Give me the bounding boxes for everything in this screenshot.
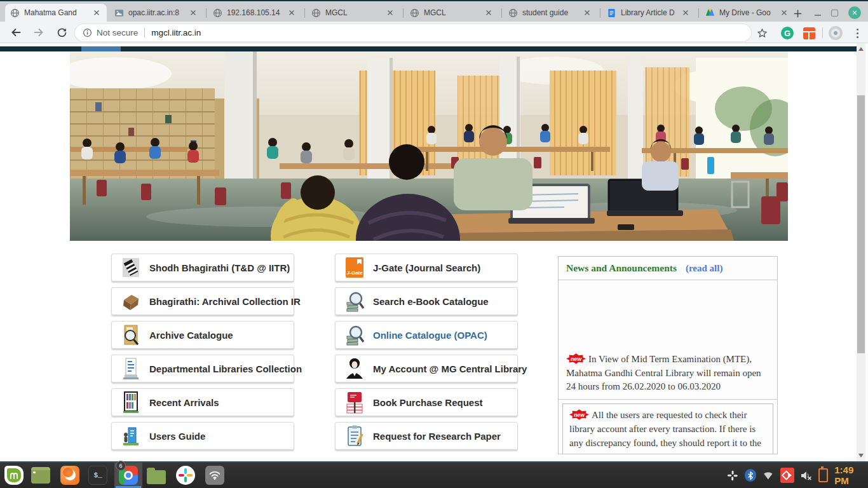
- network-signal-icon[interactable]: [763, 470, 774, 481]
- info-icon[interactable]: [83, 28, 92, 37]
- new-tab-button[interactable]: [790, 6, 805, 20]
- chrome-window-button[interactable]: 6: [114, 463, 142, 488]
- tab-title: MGCL: [325, 8, 381, 17]
- mint-menu-button[interactable]: [4, 465, 24, 485]
- tab-close-icon[interactable]: [582, 8, 592, 18]
- anydesk-icon[interactable]: [780, 468, 794, 483]
- extension-icon[interactable]: [801, 25, 817, 41]
- link-users-guide[interactable]: Users Guide: [111, 422, 294, 450]
- google-docs-favicon: [607, 8, 616, 18]
- thesis-stack-icon: [121, 256, 140, 279]
- desktop-icon: [31, 467, 50, 484]
- new-badge-icon: new: [569, 409, 589, 420]
- link-bhagirathi-archival[interactable]: Bhagirathi: Archival Collection IR: [111, 287, 294, 315]
- back-button[interactable]: [8, 24, 24, 41]
- network-settings-launcher[interactable]: [205, 465, 225, 485]
- tab-divider: [403, 8, 403, 18]
- book-search-icon: [345, 290, 364, 313]
- svg-text:J-Gate: J-Gate: [347, 270, 363, 276]
- link-ebook-catalogue[interactable]: Search e-Book Catalogue: [335, 287, 518, 315]
- tab-divider: [206, 8, 207, 18]
- tab-mgcl-1[interactable]: MGCL: [306, 4, 400, 22]
- tab-opac[interactable]: opac.iitr.ac.in:8: [109, 4, 203, 22]
- bluetooth-icon[interactable]: [745, 469, 757, 482]
- link-label: Search e-Book Catalogue: [373, 296, 489, 307]
- archive-box-icon: [121, 290, 140, 313]
- grammarly-extension-icon[interactable]: G: [779, 25, 796, 41]
- link-label: Online Catalogue (OPAC): [373, 330, 487, 341]
- forward-button[interactable]: [31, 24, 47, 41]
- link-research-paper-request[interactable]: Request for Research Paper: [335, 422, 518, 450]
- minimize-button[interactable]: [815, 15, 821, 16]
- maximize-button[interactable]: [831, 10, 838, 17]
- reload-button[interactable]: [53, 24, 70, 41]
- page-scrollbar[interactable]: [857, 43, 865, 461]
- archive-search-icon: [121, 323, 140, 346]
- tab-close-icon[interactable]: [681, 8, 691, 18]
- link-label: Shodh Bhagirathi (T&D @ IITR): [149, 262, 290, 273]
- scroll-up-arrow[interactable]: [858, 47, 864, 51]
- tab-close-icon[interactable]: [92, 8, 102, 18]
- read-all-link[interactable]: (read all): [686, 263, 722, 273]
- volume-muted-icon[interactable]: [801, 470, 812, 481]
- link-label: Departmental Libraries Collection: [149, 363, 302, 374]
- site-navbar-strip[interactable]: [0, 46, 857, 51]
- link-recent-arrivals[interactable]: Recent Arrivals: [111, 388, 294, 416]
- image-favicon: [114, 8, 124, 18]
- user-icon: [345, 357, 364, 380]
- link-label: Archive Catalogue: [149, 330, 233, 341]
- tab-title: 192.168.105.14: [227, 8, 282, 17]
- files-launcher[interactable]: [146, 465, 166, 485]
- link-label: Recent Arrivals: [149, 397, 219, 408]
- link-shodh-bhagirathi[interactable]: Shodh Bhagirathi (T&D @ IITR): [111, 254, 294, 281]
- link-book-purchase[interactable]: Book Purchase Request: [335, 388, 518, 416]
- firefox-launcher[interactable]: [60, 465, 80, 485]
- tab-close-icon[interactable]: [188, 8, 198, 18]
- tab-my-drive[interactable]: My Drive - Goo: [700, 4, 794, 22]
- bookmark-star-icon[interactable]: [754, 25, 770, 41]
- battery-icon[interactable]: [818, 468, 828, 482]
- tab-mgcl-2[interactable]: MGCL: [405, 4, 499, 22]
- link-archive-catalogue[interactable]: Archive Catalogue: [111, 321, 294, 349]
- slack-launcher[interactable]: [175, 465, 196, 485]
- profile-avatar[interactable]: [827, 25, 844, 41]
- google-drive-favicon: [705, 8, 715, 18]
- taskbar: $_ 6 1:49 PM: [0, 463, 868, 488]
- news-header: News and Announcements(read all): [559, 257, 777, 280]
- clipboard-pencil-icon: [345, 424, 364, 447]
- tab-divider: [501, 8, 502, 18]
- chrome-notification-badge: 6: [116, 461, 126, 471]
- link-label: Users Guide: [149, 431, 205, 442]
- link-label: Book Purchase Request: [373, 397, 483, 408]
- site-navbar-active-item[interactable]: [81, 46, 121, 51]
- taskbar-clock[interactable]: 1:49 PM: [834, 464, 868, 486]
- tab-ip-address[interactable]: 192.168.105.14: [208, 4, 302, 22]
- link-my-account[interactable]: My Account @ MG Central Library: [335, 355, 518, 383]
- toolbar-divider: [822, 27, 823, 38]
- bookshelf-icon: [121, 391, 140, 414]
- scrollbar-thumb[interactable]: [857, 95, 865, 353]
- tab-library-article[interactable]: Library Article D: [602, 4, 696, 22]
- tab-close-icon[interactable]: [385, 8, 395, 18]
- scroll-down-arrow[interactable]: [858, 454, 864, 458]
- guide-kiosk-icon: [121, 424, 140, 447]
- link-label: Bhagirathi: Archival Collection IR: [149, 296, 301, 307]
- link-departmental-libraries[interactable]: Departmental Libraries Collection: [111, 355, 294, 383]
- browser-menu-icon[interactable]: [849, 25, 865, 41]
- tab-mahatma-gandhi[interactable]: Mahatma Gand: [5, 4, 107, 22]
- terminal-launcher[interactable]: $_: [88, 465, 108, 485]
- address-bar[interactable]: Not secure mgcl.iitr.ac.in: [75, 24, 751, 41]
- tab-student-guide[interactable]: student guide: [503, 4, 597, 22]
- wifi-icon: [205, 466, 224, 485]
- svg-text:new: new: [571, 355, 582, 362]
- show-desktop-button[interactable]: [31, 465, 51, 485]
- tab-close-icon[interactable]: [287, 8, 297, 18]
- link-label: Request for Research Paper: [373, 431, 501, 442]
- tab-close-icon[interactable]: [779, 8, 789, 18]
- slack-tray-icon[interactable]: [727, 470, 738, 482]
- link-opac[interactable]: Online Catalogue (OPAC): [335, 321, 518, 349]
- close-button[interactable]: [848, 6, 861, 19]
- tab-close-icon[interactable]: [484, 8, 494, 18]
- news-title: News and Announcements: [566, 262, 677, 273]
- link-jgate[interactable]: J-Gate J-Gate (Journal Search): [335, 254, 518, 281]
